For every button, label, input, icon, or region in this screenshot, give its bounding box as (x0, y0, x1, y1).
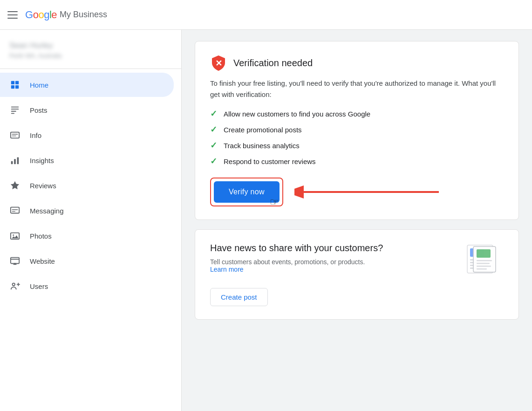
svg-rect-21 (11, 258, 19, 264)
home-icon (9, 79, 20, 90)
svg-rect-6 (11, 111, 16, 112)
posts-desc-text: Tell customers about events, promotions,… (210, 258, 365, 266)
svg-rect-16 (12, 209, 18, 210)
posts-card-description: Tell customers about events, promotions,… (210, 258, 459, 273)
svg-rect-24 (14, 263, 16, 265)
sidebar-item-label-reviews: Reviews (30, 182, 56, 190)
svg-rect-1 (15, 81, 19, 84)
insights-icon (9, 155, 20, 166)
photos-icon (9, 230, 20, 241)
sidebar-item-photos[interactable]: Photos (0, 224, 174, 248)
svg-rect-11 (11, 161, 13, 164)
posts-content: Have news to share with your customers? … (210, 243, 504, 306)
svg-rect-9 (12, 134, 18, 134)
svg-rect-41 (477, 266, 491, 267)
svg-rect-2 (11, 85, 14, 89)
benefit-item-4: ✓ Respond to customer reviews (210, 156, 504, 166)
svg-rect-17 (12, 211, 15, 212)
svg-marker-20 (12, 235, 19, 238)
benefit-list: ✓ Allow new customers to find you across… (210, 109, 504, 166)
svg-rect-12 (14, 159, 16, 164)
sidebar-item-posts[interactable]: Posts (0, 98, 174, 122)
sidebar: Sean Hurley Perth WA, Australia Home (0, 30, 182, 411)
svg-marker-14 (11, 181, 19, 189)
sidebar-item-messaging[interactable]: Messaging (0, 199, 174, 223)
sidebar-item-label-website: Website (30, 257, 55, 265)
verification-title: Verification needed (233, 58, 313, 68)
svg-rect-0 (11, 81, 14, 84)
svg-rect-22 (11, 259, 19, 260)
sidebar-item-label-messaging: Messaging (30, 207, 64, 215)
arrow-container (294, 180, 443, 204)
svg-text:✕: ✕ (215, 59, 222, 68)
sidebar-item-home[interactable]: Home (0, 73, 174, 97)
svg-rect-10 (12, 136, 16, 136)
svg-rect-7 (11, 113, 14, 114)
logo: Google My Business (25, 9, 107, 21)
info-icon (9, 130, 20, 141)
svg-rect-42 (477, 268, 487, 270)
learn-more-link[interactable]: Learn more (210, 266, 244, 273)
benefit-item-1: ✓ Allow new customers to find you across… (210, 109, 504, 119)
svg-rect-38 (477, 249, 491, 258)
verification-description: To finish your free listing, you'll need… (210, 78, 504, 100)
svg-point-25 (13, 283, 15, 286)
users-icon (9, 281, 20, 292)
header: Google My Business (0, 0, 532, 30)
benefit-item-3: ✓ Track business analytics (210, 140, 504, 151)
benefit-text-1: Allow new customers to find you across G… (224, 110, 370, 118)
sidebar-item-label-users: Users (30, 282, 48, 290)
messaging-icon (9, 205, 20, 216)
svg-rect-40 (477, 263, 490, 264)
website-icon (9, 255, 20, 267)
main-content: ✕ Verification needed To finish your fre… (182, 30, 532, 411)
svg-rect-5 (11, 109, 19, 110)
sidebar-item-reviews[interactable]: Reviews (0, 173, 174, 198)
cursor-icon: ☞ (270, 196, 279, 208)
verify-section: Verify now ☞ (210, 178, 504, 206)
sidebar-item-label-photos: Photos (30, 232, 52, 240)
menu-icon[interactable] (7, 11, 18, 19)
sidebar-item-label-home: Home (30, 81, 48, 89)
posts-text-section: Have news to share with your customers? … (210, 243, 459, 306)
posts-card-title: Have news to share with your customers? (210, 243, 459, 253)
svg-rect-15 (11, 207, 19, 213)
checkmark-icon-2: ✓ (210, 124, 217, 135)
checkmark-icon-4: ✓ (210, 156, 217, 166)
reviews-icon (9, 180, 20, 191)
benefit-text-2: Create promotional posts (224, 126, 302, 134)
checkmark-icon-3: ✓ (210, 140, 217, 151)
sidebar-item-info[interactable]: Info (0, 123, 174, 147)
svg-point-19 (13, 234, 14, 236)
checkmark-icon-1: ✓ (210, 109, 217, 119)
google-logo-text: Google (25, 9, 57, 21)
svg-rect-13 (17, 158, 19, 164)
business-location: Perth WA, Australia (9, 52, 172, 59)
sidebar-item-insights[interactable]: Insights (0, 148, 174, 172)
sidebar-item-label-info: Info (30, 131, 41, 139)
verify-button-wrapper: Verify now ☞ (210, 178, 283, 206)
business-name-section: Sean Hurley Perth WA, Australia (0, 34, 181, 69)
sidebar-item-users[interactable]: Users (0, 274, 174, 298)
posts-icon (9, 104, 20, 116)
sidebar-item-label-insights: Insights (30, 157, 54, 164)
svg-rect-3 (15, 85, 19, 89)
benefit-item-2: ✓ Create promotional posts (210, 124, 504, 135)
red-arrow-icon (294, 180, 443, 204)
svg-rect-8 (11, 132, 19, 138)
sidebar-item-website[interactable]: Website (0, 249, 174, 273)
svg-rect-4 (11, 107, 19, 108)
benefit-text-3: Track business analytics (224, 142, 300, 150)
business-name: Sean Hurley (9, 41, 172, 50)
svg-rect-39 (477, 260, 492, 261)
create-post-button[interactable]: Create post (210, 288, 268, 306)
verification-shield-icon: ✕ (210, 55, 227, 71)
newspaper-thumbnail (466, 243, 504, 275)
product-name-text: My Business (60, 10, 107, 20)
posts-card: Have news to share with your customers? … (195, 229, 519, 320)
verification-card: ✕ Verification needed To finish your fre… (195, 41, 519, 220)
verification-header: ✕ Verification needed (210, 55, 504, 71)
benefit-text-4: Respond to customer reviews (224, 158, 316, 165)
sidebar-item-label-posts: Posts (30, 106, 48, 114)
app-layout: Sean Hurley Perth WA, Australia Home (0, 30, 532, 411)
